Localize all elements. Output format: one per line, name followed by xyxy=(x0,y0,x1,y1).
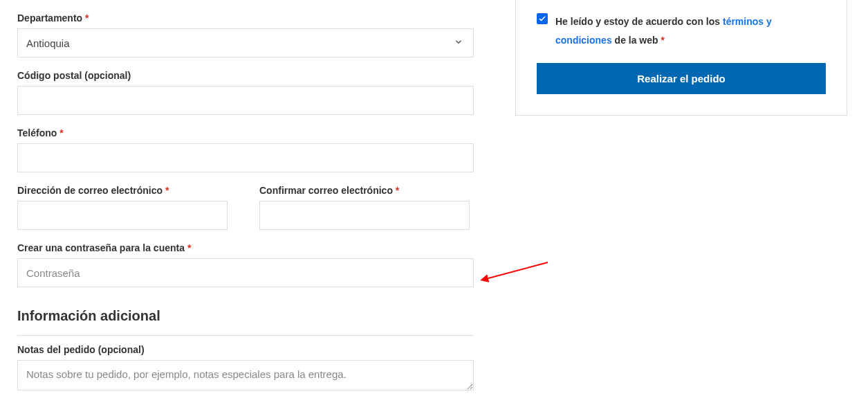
place-order-button[interactable]: Realizar el pedido xyxy=(537,63,826,94)
sidebar-box: He leído y estoy de acuerdo con los térm… xyxy=(515,0,847,116)
password-field: Crear una contraseña para la cuenta * xyxy=(17,242,474,287)
departamento-label: Departamento * xyxy=(17,12,474,24)
notes-field: Notas del pedido (opcional) xyxy=(17,344,474,393)
email-label: Dirección de correo electrónico * xyxy=(17,185,228,196)
terms-checkbox[interactable] xyxy=(537,13,548,24)
terms-prefix: He leído y estoy de acuerdo con los xyxy=(555,16,723,27)
required-star: * xyxy=(661,35,665,46)
label-text: Crear una contraseña para la cuenta xyxy=(17,242,185,253)
check-icon xyxy=(538,15,546,23)
email-field: Dirección de correo electrónico * xyxy=(17,185,228,230)
terms-text: He leído y estoy de acuerdo con los térm… xyxy=(555,12,826,49)
telefono-field: Teléfono * xyxy=(17,127,474,172)
label-text: Teléfono xyxy=(17,127,57,138)
order-sidebar: He leído y estoy de acuerdo con los térm… xyxy=(515,0,847,405)
password-label: Crear una contraseña para la cuenta * xyxy=(17,242,474,253)
required-star: * xyxy=(85,12,89,24)
email-confirm-field: Confirmar correo electrónico * xyxy=(259,185,470,230)
email-input[interactable] xyxy=(17,201,228,230)
label-text: Dirección de correo electrónico xyxy=(17,185,163,196)
notes-label: Notas del pedido (opcional) xyxy=(17,344,474,355)
notes-textarea[interactable] xyxy=(17,360,474,390)
password-input[interactable] xyxy=(17,258,474,287)
label-text: Departamento xyxy=(17,12,82,24)
required-star: * xyxy=(396,185,399,196)
email-confirm-label: Confirmar correo electrónico * xyxy=(259,185,470,196)
postal-input[interactable] xyxy=(17,86,474,115)
additional-info-heading: Información adicional xyxy=(17,308,474,336)
telefono-input[interactable] xyxy=(17,143,474,172)
label-text: Confirmar correo electrónico xyxy=(259,185,393,196)
required-star: * xyxy=(187,242,191,253)
telefono-label: Teléfono * xyxy=(17,127,474,138)
postal-field: Código postal (opcional) xyxy=(17,70,474,115)
email-row: Dirección de correo electrónico * Confir… xyxy=(17,185,474,230)
departamento-field: Departamento * Antioquia xyxy=(17,12,474,57)
terms-suffix: de la web xyxy=(612,35,658,46)
email-confirm-input[interactable] xyxy=(259,201,470,230)
chevron-down-icon xyxy=(454,37,463,49)
terms-row: He leído y estoy de acuerdo con los térm… xyxy=(537,12,826,49)
select-value: Antioquia xyxy=(26,37,70,49)
departamento-select[interactable]: Antioquia xyxy=(17,28,474,57)
required-star: * xyxy=(165,185,169,196)
required-star: * xyxy=(59,127,63,138)
postal-label: Código postal (opcional) xyxy=(17,70,474,81)
billing-form: Departamento * Antioquia Código postal (… xyxy=(17,0,474,405)
